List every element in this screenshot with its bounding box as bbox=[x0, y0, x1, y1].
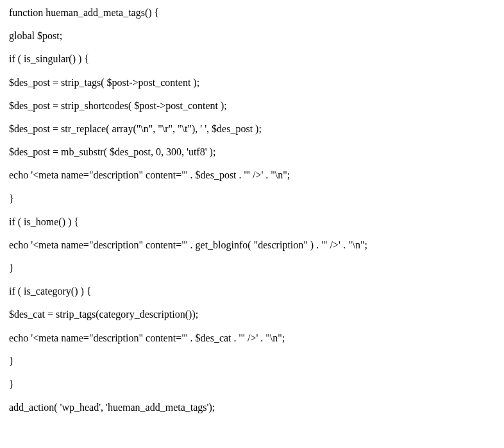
code-line: $des_post = mb_substr( $des_post, 0, 300… bbox=[9, 146, 495, 158]
code-line: echo '<meta name="description" content="… bbox=[9, 239, 495, 251]
code-line: } bbox=[9, 355, 495, 367]
code-line: function hueman_add_meta_tags() { bbox=[9, 6, 495, 19]
code-line: if ( is_category() ) { bbox=[9, 285, 495, 297]
code-line: $des_cat = strip_tags(category_descripti… bbox=[9, 308, 495, 320]
code-line: } bbox=[9, 378, 495, 390]
code-line: } bbox=[9, 262, 495, 274]
code-line: if ( is_home() ) { bbox=[9, 216, 495, 228]
code-line: echo '<meta name="description" content="… bbox=[9, 332, 495, 344]
code-line: add_action( 'wp_head', 'hueman_add_meta_… bbox=[9, 401, 495, 413]
code-line: $des_post = strip_tags( $post->post_cont… bbox=[9, 76, 495, 89]
code-line: if ( is_singular() ) { bbox=[9, 53, 495, 65]
code-line: echo '<meta name="description" content="… bbox=[9, 169, 495, 181]
code-line: $des_post = strip_shortcodes( $post->pos… bbox=[9, 99, 495, 112]
code-line: } bbox=[9, 193, 495, 205]
code-document: function hueman_add_meta_tags() { global… bbox=[0, 0, 504, 448]
code-line: global $post; bbox=[9, 30, 495, 42]
code-line: $des_post = str_replace( array("\n", "\r… bbox=[9, 123, 495, 135]
